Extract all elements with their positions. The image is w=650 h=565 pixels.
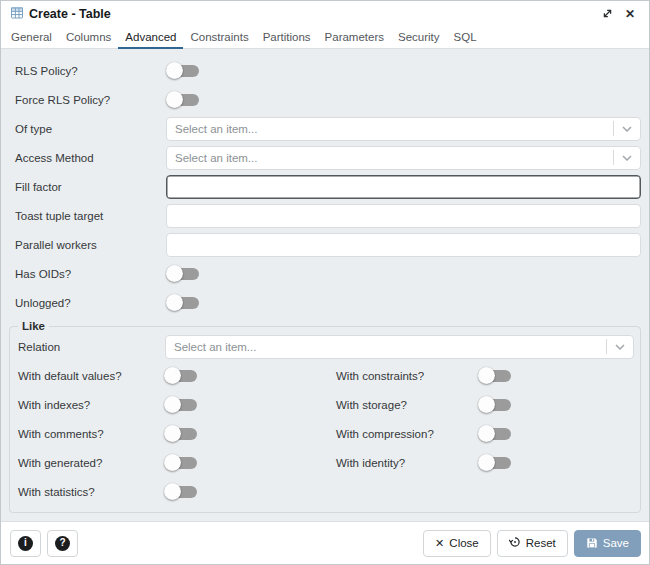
field-row-with-statistics: With statistics? — [16, 477, 314, 506]
with-indexes-toggle[interactable] — [164, 396, 198, 414]
with-storage-toggle[interactable] — [478, 396, 512, 414]
with-generated-label: With generated? — [18, 457, 164, 469]
toggle-knob — [478, 396, 495, 413]
tab-constraints[interactable]: Constraints — [183, 26, 255, 49]
force-rls-policy-toggle[interactable] — [166, 91, 200, 109]
create-table-dialog: Create - Table ✕ General Columns Advance… — [0, 0, 650, 565]
close-icon[interactable]: ✕ — [621, 5, 639, 23]
select-placeholder: Select an item... — [175, 123, 613, 135]
field-row-force-rls-policy: Force RLS Policy? — [9, 85, 641, 114]
close-button-label: Close — [449, 537, 478, 549]
relation-label: Relation — [18, 341, 165, 353]
of-type-label: Of type — [15, 123, 166, 135]
field-row-relation: Relation Select an item... — [16, 332, 634, 361]
tab-parameters[interactable]: Parameters — [318, 26, 391, 49]
field-row-access-method: Access Method Select an item... — [9, 143, 641, 172]
has-oids-toggle[interactable] — [166, 265, 200, 283]
select-placeholder: Select an item... — [175, 152, 613, 164]
access-method-select[interactable]: Select an item... — [166, 146, 641, 170]
rls-policy-toggle[interactable] — [166, 62, 200, 80]
tab-security[interactable]: Security — [391, 26, 447, 49]
like-section: Like Relation Select an item... With def… — [9, 320, 641, 513]
tab-partitions[interactable]: Partitions — [256, 26, 318, 49]
parallel-workers-label: Parallel workers — [15, 239, 166, 251]
unlogged-label: Unlogged? — [15, 297, 166, 309]
expand-icon[interactable] — [598, 5, 616, 23]
field-row-with-generated: With generated? — [16, 448, 314, 477]
with-generated-toggle[interactable] — [164, 454, 198, 472]
field-row-with-compression: With compression? — [336, 419, 634, 448]
with-comments-toggle[interactable] — [164, 425, 198, 443]
like-toggle-grid: With default values? With constraints? W… — [16, 361, 634, 506]
field-row-with-constraints: With constraints? — [336, 361, 634, 390]
toggle-knob — [478, 425, 495, 442]
field-row-fill-factor: Fill factor — [9, 172, 641, 201]
toast-tuple-target-label: Toast tuple target — [15, 210, 166, 222]
fill-factor-input[interactable] — [166, 175, 641, 199]
dialog-help-button[interactable]: ? — [47, 530, 78, 557]
with-constraints-toggle[interactable] — [478, 367, 512, 385]
with-default-values-label: With default values? — [18, 370, 164, 382]
toggle-knob — [166, 265, 183, 282]
with-storage-label: With storage? — [336, 399, 478, 411]
of-type-select[interactable]: Select an item... — [166, 117, 641, 141]
field-row-with-default-values: With default values? — [16, 361, 314, 390]
with-compression-toggle[interactable] — [478, 425, 512, 443]
save-button[interactable]: Save — [574, 530, 641, 557]
tab-sql[interactable]: SQL — [447, 26, 484, 49]
sql-help-button[interactable]: i — [10, 530, 41, 557]
tab-columns[interactable]: Columns — [59, 26, 118, 49]
toggle-knob — [164, 483, 181, 500]
toast-tuple-target-input[interactable] — [166, 204, 641, 228]
like-section-legend: Like — [18, 320, 49, 332]
force-rls-policy-label: Force RLS Policy? — [15, 94, 166, 106]
help-icon: ? — [55, 536, 70, 551]
field-row-with-storage: With storage? — [336, 390, 634, 419]
chevron-down-icon[interactable] — [614, 126, 640, 132]
advanced-tab-panel: RLS Policy? Force RLS Policy? Of type — [1, 49, 649, 521]
field-row-parallel-workers: Parallel workers — [9, 230, 641, 259]
toggle-knob — [478, 454, 495, 471]
relation-select[interactable]: Select an item... — [165, 335, 634, 359]
close-button[interactable]: ✕ Close — [423, 530, 491, 557]
parallel-workers-input[interactable] — [166, 233, 641, 257]
dialog-titlebar: Create - Table ✕ — [1, 1, 649, 26]
field-row-of-type: Of type Select an item... — [9, 114, 641, 143]
rls-policy-label: RLS Policy? — [15, 65, 166, 77]
dialog-tabs: General Columns Advanced Constraints Par… — [1, 26, 649, 49]
field-row-rls-policy: RLS Policy? — [9, 56, 641, 85]
with-statistics-label: With statistics? — [18, 486, 164, 498]
toggle-knob — [164, 396, 181, 413]
reset-button-label: Reset — [526, 537, 556, 549]
dialog-footer: i ? ✕ Close Reset — [1, 521, 649, 564]
with-identity-label: With identity? — [336, 457, 478, 469]
save-icon — [586, 537, 598, 549]
tab-advanced[interactable]: Advanced — [118, 26, 183, 49]
tab-general[interactable]: General — [4, 26, 59, 49]
chevron-down-icon[interactable] — [607, 344, 633, 350]
with-indexes-label: With indexes? — [18, 399, 164, 411]
toggle-knob — [478, 367, 495, 384]
with-compression-label: With compression? — [336, 428, 478, 440]
with-comments-label: With comments? — [18, 428, 164, 440]
table-icon — [10, 6, 24, 22]
with-identity-toggle[interactable] — [478, 454, 512, 472]
reset-icon — [509, 536, 521, 550]
field-row-with-comments: With comments? — [16, 419, 314, 448]
with-constraints-label: With constraints? — [336, 370, 478, 382]
dialog-title: Create - Table — [29, 7, 111, 21]
access-method-label: Access Method — [15, 152, 166, 164]
reset-button[interactable]: Reset — [497, 530, 568, 557]
toggle-knob — [164, 425, 181, 442]
field-row-toast-tuple-target: Toast tuple target — [9, 201, 641, 230]
with-default-values-toggle[interactable] — [164, 367, 198, 385]
field-row-with-indexes: With indexes? — [16, 390, 314, 419]
chevron-down-icon[interactable] — [614, 155, 640, 161]
select-placeholder: Select an item... — [174, 341, 606, 353]
with-statistics-toggle[interactable] — [164, 483, 198, 501]
fill-factor-label: Fill factor — [15, 181, 166, 193]
info-icon: i — [18, 536, 33, 551]
toggle-knob — [164, 367, 181, 384]
toggle-knob — [166, 62, 183, 79]
unlogged-toggle[interactable] — [166, 294, 200, 312]
